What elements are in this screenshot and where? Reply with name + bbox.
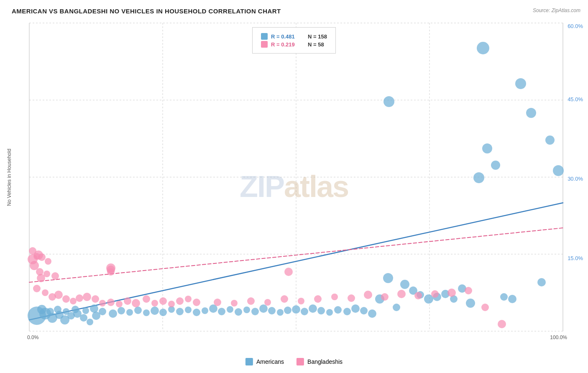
svg-point-104 [116, 301, 123, 307]
legend-american-r: R = 0.481 [271, 33, 304, 40]
svg-point-82 [545, 135, 555, 145]
svg-point-107 [143, 295, 150, 303]
svg-point-31 [118, 307, 125, 314]
legend-bangladeshis: Bangladeshis [297, 358, 343, 365]
svg-point-76 [491, 161, 500, 170]
svg-point-51 [284, 307, 291, 314]
svg-point-135 [38, 253, 46, 261]
svg-point-98 [36, 268, 43, 276]
svg-point-20 [87, 319, 93, 325]
svg-point-121 [298, 298, 304, 304]
svg-point-127 [397, 290, 406, 298]
svg-point-110 [168, 301, 175, 307]
svg-point-93 [70, 298, 77, 304]
y-tick-60: 60.0% [568, 23, 583, 29]
svg-point-139 [498, 320, 506, 328]
svg-point-59 [351, 304, 360, 313]
svg-point-40 [193, 309, 200, 316]
legend-americans: Americans [245, 358, 284, 365]
chart-title: AMERICAN VS BANGLADESHI NO VEHICLES IN H… [12, 8, 281, 15]
svg-point-57 [334, 306, 342, 314]
scatter-plot [29, 23, 563, 331]
svg-point-26 [72, 306, 79, 313]
svg-point-27 [82, 307, 89, 314]
svg-point-41 [202, 307, 208, 314]
svg-point-33 [134, 307, 142, 314]
svg-point-105 [124, 297, 131, 305]
bottom-swatch-bangladeshi [297, 358, 304, 365]
x-tick-0: 0.0% [27, 335, 38, 340]
svg-point-124 [348, 294, 355, 302]
bottom-label-american: Americans [256, 358, 284, 365]
svg-point-123 [331, 294, 338, 300]
legend-bangladeshi-n: N = 58 [308, 41, 324, 48]
svg-point-56 [326, 309, 333, 316]
svg-point-74 [473, 172, 484, 183]
svg-point-92 [62, 295, 70, 303]
svg-point-55 [317, 307, 325, 314]
svg-point-44 [227, 306, 233, 313]
svg-point-50 [277, 309, 284, 316]
legend-american-n: N = 158 [308, 33, 327, 40]
svg-point-126 [381, 293, 389, 301]
svg-point-36 [159, 309, 167, 316]
svg-point-91 [54, 291, 63, 299]
svg-point-136 [45, 258, 51, 265]
svg-point-79 [515, 78, 526, 89]
svg-point-54 [309, 304, 317, 313]
svg-point-29 [99, 308, 106, 315]
svg-point-84 [477, 42, 489, 54]
svg-point-80 [526, 108, 536, 118]
svg-point-120 [281, 295, 288, 303]
svg-point-103 [107, 299, 115, 306]
svg-point-61 [368, 309, 376, 318]
svg-point-131 [465, 287, 472, 294]
svg-point-65 [400, 280, 409, 289]
bottom-swatch-american [245, 358, 253, 365]
svg-point-53 [301, 308, 308, 315]
svg-point-47 [251, 308, 259, 315]
svg-point-48 [259, 304, 268, 313]
svg-point-77 [500, 293, 508, 301]
svg-point-125 [364, 291, 372, 299]
svg-point-94 [76, 294, 83, 302]
bottom-legend: Americans Bangladeshis [245, 358, 343, 365]
svg-point-28 [90, 304, 98, 313]
svg-point-24 [54, 306, 61, 313]
svg-point-112 [185, 296, 192, 302]
x-tick-100: 100.0% [550, 335, 567, 340]
bottom-label-bangladeshi: Bangladeshis [307, 358, 343, 365]
y-tick-30: 30.0% [568, 176, 583, 182]
svg-point-81 [537, 278, 546, 286]
svg-point-116 [214, 299, 221, 306]
svg-point-75 [482, 143, 492, 153]
svg-point-85 [383, 96, 394, 107]
svg-point-38 [176, 308, 184, 315]
svg-point-132 [481, 304, 489, 311]
svg-point-100 [51, 272, 59, 280]
svg-point-96 [92, 295, 99, 303]
legend-box: R = 0.481 N = 158 R = 0.219 N = 58 [252, 27, 336, 54]
source-text: Source: ZipAtlas.com [533, 8, 580, 13]
svg-point-52 [292, 305, 300, 314]
svg-point-63 [383, 273, 393, 283]
svg-point-122 [314, 295, 322, 303]
svg-point-108 [151, 300, 158, 307]
svg-point-78 [508, 295, 516, 303]
svg-point-19 [80, 314, 87, 322]
svg-point-97 [99, 300, 106, 307]
svg-point-117 [231, 300, 238, 307]
svg-point-118 [247, 297, 255, 305]
legend-american-swatch [261, 33, 268, 40]
svg-point-25 [63, 308, 69, 315]
svg-point-95 [83, 293, 91, 301]
svg-point-99 [43, 271, 50, 277]
svg-point-45 [235, 308, 242, 316]
y-tick-45: 45.0% [568, 96, 583, 102]
svg-point-73 [466, 299, 475, 308]
legend-american-row: R = 0.481 N = 158 [261, 33, 327, 40]
svg-point-35 [151, 307, 159, 315]
svg-point-130 [447, 289, 456, 297]
svg-point-109 [159, 297, 167, 305]
chart-container: AMERICAN VS BANGLADESHI NO VEHICLES IN H… [0, 0, 588, 373]
